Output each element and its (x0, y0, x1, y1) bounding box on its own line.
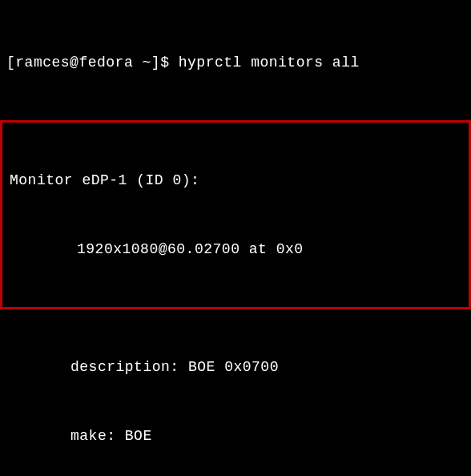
terminal-output: [ramces@fedora ~]$ hyprctl monitors all … (0, 5, 471, 476)
make-line: make: BOE (0, 425, 471, 448)
highlight-monitor-info: Monitor eDP-1 (ID 0): 1920x1080@60.02700… (0, 120, 471, 309)
command-line: [ramces@fedora ~]$ hyprctl monitors all (0, 51, 471, 75)
resolution-line: 1920x1080@60.02700 at 0x0 (6, 238, 465, 261)
command-text: hyprctl monitors all (179, 54, 360, 71)
shell-prompt: [ramces@fedora ~]$ (6, 54, 179, 71)
description-line: description: BOE 0x0700 (0, 356, 471, 379)
monitor-header: Monitor eDP-1 (ID 0): (6, 169, 465, 192)
